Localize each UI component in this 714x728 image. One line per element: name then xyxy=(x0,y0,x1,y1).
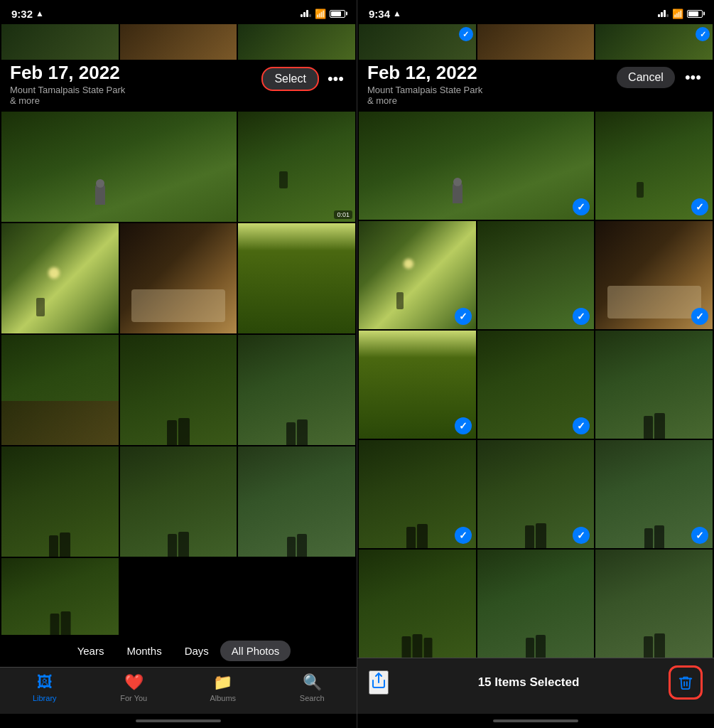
left-home-bar xyxy=(136,719,221,722)
left-photo-6[interactable] xyxy=(1,335,119,445)
for-you-icon: ❤️ xyxy=(124,673,144,692)
check-6: ✓ xyxy=(455,417,472,434)
people-silhouette-1 xyxy=(167,418,190,445)
right-photo-1[interactable]: ✓ xyxy=(359,112,594,220)
left-location-icon: ▲ xyxy=(36,9,44,18)
left-phone: 9:32 ▲ 📶 Feb 17, 2022 Mount Tamalpais St… xyxy=(0,0,357,728)
left-photo-grid: 0:01 xyxy=(0,112,357,635)
right-photo-7[interactable]: ✓ xyxy=(477,331,595,439)
right-header-date: Feb 12, 2022 xyxy=(367,63,482,83)
trash-button[interactable] xyxy=(669,665,703,700)
left-photo-7[interactable] xyxy=(120,335,237,445)
right-home-bar xyxy=(493,719,578,722)
right-header-actions: Cancel ••• xyxy=(617,67,704,88)
right-photo-8[interactable] xyxy=(595,331,713,439)
left-photo-2[interactable]: 0:01 xyxy=(238,112,355,222)
left-nav-tabs: 🖼 Library ❤️ For You 📁 Albums 🔍 Search xyxy=(0,667,357,714)
right-photo-11[interactable]: ✓ xyxy=(595,440,713,548)
albums-icon: 📁 xyxy=(213,673,232,692)
right-bottom-bar: 15 Items Selected xyxy=(357,658,714,714)
left-header-actions: Select ••• xyxy=(261,67,347,91)
left-grid-row-5 xyxy=(1,558,355,635)
right-people-2 xyxy=(406,524,428,548)
left-top-strip xyxy=(0,24,357,60)
left-status-right: 📶 xyxy=(301,9,345,19)
selected-count: 15 Items Selected xyxy=(478,675,580,690)
right-people-3 xyxy=(525,523,546,548)
filter-months[interactable]: Months xyxy=(115,641,173,661)
select-button[interactable]: Select xyxy=(261,67,318,91)
left-grid-row-3 xyxy=(1,335,355,445)
right-photo-5[interactable]: ✓ xyxy=(595,221,713,329)
right-location-icon: ▲ xyxy=(393,9,401,18)
left-photo-4[interactable] xyxy=(120,223,237,333)
left-photo-8[interactable] xyxy=(238,335,355,445)
nav-albums[interactable]: 📁 Albums xyxy=(178,673,268,702)
right-status-right: 📶 xyxy=(658,9,703,19)
left-status-left: 9:32 ▲ xyxy=(11,8,44,20)
share-button[interactable] xyxy=(369,670,389,695)
left-photo-5[interactable] xyxy=(238,223,355,333)
albums-label: Albums xyxy=(210,694,236,702)
nav-search[interactable]: 🔍 Search xyxy=(268,673,357,702)
right-wifi-icon: 📶 xyxy=(672,9,683,19)
check-11: ✓ xyxy=(691,527,708,544)
left-top-img-3 xyxy=(238,24,355,60)
right-people-7 xyxy=(644,633,665,658)
right-signal-icon xyxy=(658,10,669,17)
people-silhouette-2 xyxy=(286,419,308,445)
cancel-button[interactable]: Cancel xyxy=(617,67,675,88)
check-9: ✓ xyxy=(455,527,472,544)
left-grid-row-4 xyxy=(1,446,355,557)
left-photo-9[interactable] xyxy=(1,446,119,557)
check-5: ✓ xyxy=(691,308,708,325)
right-home-indicator xyxy=(357,714,714,728)
right-photo-12[interactable] xyxy=(359,550,476,658)
right-top-img-2 xyxy=(477,24,595,60)
right-grid-row-3: ✓ ✓ xyxy=(359,331,713,439)
left-empty-space xyxy=(120,558,355,635)
right-photo-grid: ✓ ✓ ✓ ✓ ✓ xyxy=(357,112,714,658)
right-top-img-3: ✓ xyxy=(595,24,713,60)
left-top-img-2 xyxy=(120,24,237,60)
right-photo-4[interactable]: ✓ xyxy=(477,221,595,329)
nav-for-you[interactable]: ❤️ For You xyxy=(90,673,179,702)
left-photo-3[interactable] xyxy=(1,223,119,333)
left-photo-1[interactable] xyxy=(1,112,237,222)
right-photo-13[interactable] xyxy=(477,550,595,658)
check-3: ✓ xyxy=(455,308,472,325)
right-photo-2[interactable]: ✓ xyxy=(595,112,713,220)
right-people-6 xyxy=(526,635,546,658)
right-battery-icon xyxy=(687,10,703,18)
left-dots-button[interactable]: ••• xyxy=(325,70,347,88)
check-2: ✓ xyxy=(691,198,708,215)
left-header-subtitle: Mount Tamalpais State Park& more xyxy=(10,85,125,106)
right-photo-10[interactable]: ✓ xyxy=(477,440,595,548)
left-filter-bar: Years Months Days All Photos xyxy=(0,635,357,667)
right-top-strip: ✓ ✓ xyxy=(357,24,714,60)
right-grid-row-5 xyxy=(359,550,713,658)
check-4: ✓ xyxy=(573,308,590,325)
right-top-img-1: ✓ xyxy=(359,24,476,60)
filter-days[interactable]: Days xyxy=(173,641,220,661)
left-battery-icon xyxy=(330,10,345,18)
video-badge: 0:01 xyxy=(334,210,352,219)
filter-all-photos[interactable]: All Photos xyxy=(220,641,291,661)
right-status-left: 9:34 ▲ xyxy=(369,8,401,20)
nav-library[interactable]: 🖼 Library xyxy=(0,673,90,702)
filter-years[interactable]: Years xyxy=(66,641,116,661)
check-top-3: ✓ xyxy=(696,27,710,41)
right-photo-9[interactable]: ✓ xyxy=(359,440,476,548)
right-status-bar: 9:34 ▲ 📶 xyxy=(357,0,714,24)
left-photo-12[interactable] xyxy=(1,558,119,635)
right-dots-button[interactable]: ••• xyxy=(682,68,704,87)
right-people-5 xyxy=(402,634,433,658)
search-label: Search xyxy=(300,694,325,702)
right-photo-14[interactable] xyxy=(595,550,713,658)
right-photo-6[interactable]: ✓ xyxy=(359,331,476,439)
right-photo-3[interactable]: ✓ xyxy=(359,221,476,329)
library-label: Library xyxy=(33,694,57,702)
search-icon: 🔍 xyxy=(303,673,322,692)
left-photo-11[interactable] xyxy=(238,446,355,557)
left-photo-10[interactable] xyxy=(120,446,237,557)
